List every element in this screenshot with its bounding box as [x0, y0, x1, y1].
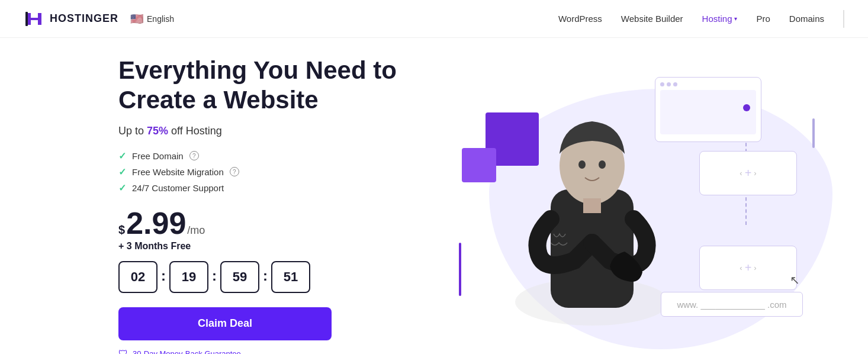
- browser-dots: [660, 82, 756, 86]
- card-arrows-bottom: ‹ + ›: [740, 261, 756, 275]
- ui-card-middle: ‹ + ›: [699, 151, 797, 195]
- subheadline-prefix: Up to: [118, 125, 147, 137]
- language-selector[interactable]: 🇺🇸 English: [130, 12, 174, 25]
- flag-icon: 🇺🇸: [130, 12, 143, 25]
- price-dollar: $: [118, 223, 125, 237]
- check-icon-2: ✓: [118, 166, 126, 178]
- svg-point-7: [599, 160, 606, 169]
- nav-pro[interactable]: Pro: [756, 14, 770, 24]
- browser-dot-3: [673, 82, 677, 86]
- countdown-timer: 02 : 19 : 59 : 51: [118, 261, 426, 293]
- feature-support-text: 24/7 Customer Support: [132, 183, 224, 193]
- nav-hosting-label: Hosting: [702, 14, 732, 24]
- info-icon-domain[interactable]: ?: [189, 151, 199, 160]
- guarantee-text: 🛡 30-Day Money-Back Guarantee: [118, 349, 426, 354]
- svg-rect-5: [583, 198, 601, 213]
- feature-item-support: ✓ 24/7 Customer Support: [118, 182, 426, 194]
- plus-icon-mid: +: [745, 166, 752, 180]
- headline-line2: Create a Website: [118, 86, 319, 114]
- features-list: ✓ Free Domain ? ✓ Free Website Migration…: [118, 150, 426, 194]
- nav-website-builder[interactable]: Website Builder: [621, 14, 683, 24]
- hostinger-logo-icon: [24, 8, 45, 30]
- arrow-left-mid: ‹: [740, 169, 742, 178]
- guarantee-label: 30-Day Money-Back Guarantee: [133, 349, 241, 354]
- plus-icon-bottom: +: [745, 261, 752, 275]
- domain-input-bar[interactable]: www. _____________ .com: [661, 292, 803, 317]
- headline-line1: Everything You Need to: [118, 56, 397, 84]
- arrow-left-bottom: ‹: [740, 263, 742, 272]
- subheadline-suffix: off Hosting: [168, 125, 222, 137]
- price-per: /mo: [187, 224, 205, 237]
- countdown-hours: 02: [118, 261, 157, 293]
- check-icon-3: ✓: [118, 182, 126, 194]
- nav-divider: [843, 10, 844, 28]
- person-illustration: [497, 101, 687, 326]
- info-icon-migration[interactable]: ?: [230, 167, 239, 176]
- browser-dot-2: [667, 82, 671, 86]
- nav-wordpress[interactable]: WordPress: [558, 14, 602, 24]
- feature-domain-text: Free Domain: [132, 151, 184, 161]
- hero-headline: Everything You Need to Create a Website: [118, 56, 426, 115]
- price-bonus: + 3 Months Free: [118, 241, 426, 252]
- countdown-sep-3: :: [263, 268, 268, 284]
- card-arrows-mid: ‹ + ›: [740, 166, 756, 180]
- countdown-seconds: 59: [220, 261, 259, 293]
- countdown-sep-2: :: [212, 268, 217, 284]
- nav-domains[interactable]: Domains: [789, 14, 824, 24]
- chevron-down-icon: ▾: [734, 15, 737, 22]
- ui-card-bottom: ‹ + ›: [699, 246, 797, 290]
- arrow-right-mid: ›: [754, 169, 756, 178]
- claim-deal-button[interactable]: Claim Deal: [118, 307, 332, 340]
- price-section: $ 2.99 /mo + 3 Months Free: [118, 208, 426, 252]
- vertical-bar-left: [459, 243, 461, 296]
- language-label: English: [147, 14, 174, 24]
- logo[interactable]: HOSTINGER: [24, 8, 118, 30]
- feature-migration-text: Free Website Migration: [132, 167, 224, 177]
- check-icon-1: ✓: [118, 150, 126, 162]
- domain-bar-text: www. _____________ .com: [677, 300, 786, 310]
- hero-subheadline: Up to 75% off Hosting: [118, 125, 426, 137]
- arrow-right-bottom: ›: [754, 263, 756, 272]
- countdown-subseconds: 51: [271, 261, 310, 293]
- svg-rect-1: [25, 12, 28, 26]
- shield-icon: 🛡: [118, 349, 128, 354]
- cursor-icon: ↖: [790, 273, 800, 287]
- price-row: $ 2.99 /mo: [118, 208, 426, 239]
- main-nav: WordPress Website Builder Hosting ▾ Pro …: [558, 10, 844, 28]
- purple-block-small: [462, 148, 496, 182]
- nav-hosting[interactable]: Hosting ▾: [702, 14, 738, 24]
- svg-point-6: [578, 160, 586, 169]
- vertical-bar-right: [812, 118, 815, 148]
- price-main: 2.99: [126, 208, 186, 239]
- countdown-minutes: 19: [169, 261, 208, 293]
- discount-text: 75%: [147, 125, 168, 137]
- hero-illustration: ‹ + › ‹ + ›: [426, 59, 832, 349]
- logo-text: HOSTINGER: [50, 12, 118, 25]
- feature-item-migration: ✓ Free Website Migration ?: [118, 166, 426, 178]
- browser-dot-1: [660, 82, 664, 86]
- hero-content: Everything You Need to Create a Website …: [118, 50, 426, 354]
- header: HOSTINGER 🇺🇸 English WordPress Website B…: [0, 0, 868, 38]
- feature-item-domain: ✓ Free Domain ?: [118, 150, 426, 162]
- header-left: HOSTINGER 🇺🇸 English: [24, 8, 174, 30]
- countdown-sep-1: :: [161, 268, 166, 284]
- main-content: Everything You Need to Create a Website …: [0, 38, 868, 354]
